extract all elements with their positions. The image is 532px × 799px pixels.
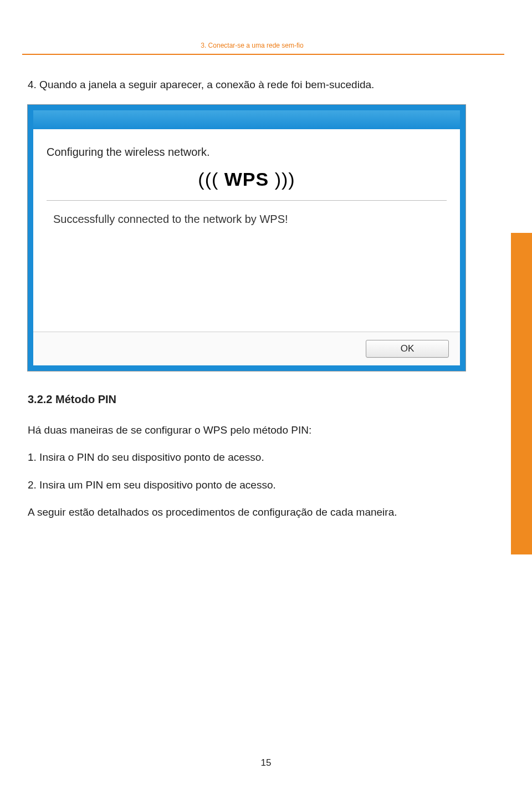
step-4-text: 4. Quando a janela a seguir aparecer, a … [28,77,460,93]
chapter-breadcrumb: 3. Conectar-se a uma rede sem-fio [28,42,477,49]
dialog-body: Configuring the wireless network. ((( WP… [33,129,460,365]
manual-page: 3. Conectar-se a uma rede sem-fio 4. Qua… [0,0,532,799]
dialog-divider [47,200,447,201]
configuring-label: Configuring the wireless network. [47,146,447,159]
header-divider [22,54,504,55]
dialog-button-row: OK [33,332,460,365]
section-heading-3-2-2: 3.2.2 Método PIN [28,393,532,406]
wps-dialog-screenshot: Configuring the wireless network. ((( WP… [28,105,466,371]
wps-logo: ((( WPS ))) [47,169,447,190]
pin-option-2: 2. Insira um PIN em seu dispositivo pont… [28,477,460,493]
pin-option-1: 1. Insira o PIN do seu dispositivo ponto… [28,450,460,465]
pin-intro-text: Há duas maneiras de se configurar o WPS … [28,423,460,438]
page-number: 15 [0,757,532,769]
ok-button[interactable]: OK [366,340,449,358]
success-message: Successfully connected to the network by… [47,213,447,226]
pin-closing-text: A seguir estão detalhados os procediment… [28,505,460,520]
window-titlebar [33,110,460,129]
side-tab-decoration [511,233,532,554]
